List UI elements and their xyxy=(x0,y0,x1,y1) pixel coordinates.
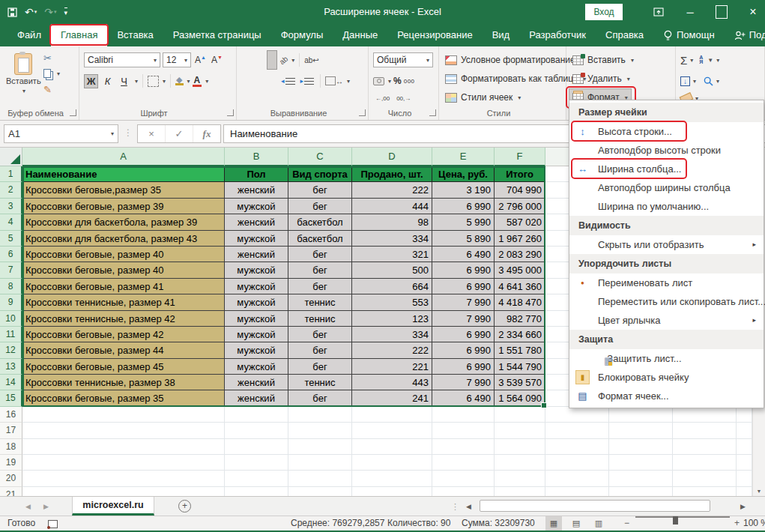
empty-cell[interactable] xyxy=(673,407,737,423)
data-cell[interactable]: 1 544 790 xyxy=(495,359,545,375)
empty-cell[interactable] xyxy=(495,423,545,438)
menu-item-переместить-или-скопировать-лист-[interactable]: Переместить или скопировать лист... xyxy=(569,292,764,311)
empty-cell[interactable] xyxy=(495,407,545,423)
empty-cell[interactable] xyxy=(22,439,225,455)
data-cell[interactable]: бег xyxy=(288,247,352,262)
data-cell[interactable]: мужской xyxy=(225,342,288,358)
empty-cell[interactable] xyxy=(545,439,609,455)
empty-cell[interactable] xyxy=(609,439,673,455)
tab-Поделиться[interactable]: Поделиться xyxy=(725,24,765,46)
styles-button-1[interactable]: Форматировать как таблицу▾ xyxy=(445,70,586,87)
data-cell[interactable]: 443 xyxy=(352,375,432,390)
data-cell[interactable]: женский xyxy=(225,214,288,230)
data-cell[interactable]: 334 xyxy=(352,231,432,247)
empty-cell[interactable] xyxy=(609,407,673,423)
align-middle-button[interactable] xyxy=(254,50,264,70)
data-cell[interactable]: теннис xyxy=(288,311,352,327)
sign-in-button[interactable]: Вход xyxy=(585,4,623,20)
empty-cell[interactable] xyxy=(22,407,225,423)
menu-item-переименовать-лист[interactable]: ●Переименовать лист xyxy=(569,273,764,292)
empty-cell[interactable] xyxy=(495,439,545,455)
row-header-20[interactable]: 20 xyxy=(0,471,22,486)
empty-cell[interactable] xyxy=(737,439,752,455)
data-cell[interactable]: Кроссовки беговые, размер 40 xyxy=(22,262,225,278)
delete-cells-button[interactable]: Удалить▾ xyxy=(572,70,630,87)
font-color-icon[interactable]: А xyxy=(193,76,202,87)
font-name-combo[interactable]: Calibri▾ xyxy=(84,52,160,67)
row-header-14[interactable]: 14 xyxy=(0,375,22,390)
empty-cell[interactable] xyxy=(352,487,432,496)
row-header-3[interactable]: 3 xyxy=(0,199,22,214)
tab-Формулы[interactable]: Формулы xyxy=(271,24,333,46)
data-cell[interactable]: Кроссовки для баскетбола, размер 43 xyxy=(22,231,225,247)
row-header-10[interactable]: 10 xyxy=(0,311,22,327)
row-header-8[interactable]: 8 xyxy=(0,279,22,294)
header-cell[interactable]: Вид спорта xyxy=(288,166,352,182)
view-page-layout-icon[interactable]: ▤ xyxy=(568,516,584,531)
empty-cell[interactable] xyxy=(495,471,545,486)
header-cell[interactable]: Цена, руб. xyxy=(432,166,495,182)
zoom-in-button[interactable]: + xyxy=(734,516,740,531)
menu-item-цвет-ярлычка[interactable]: Цвет ярлычка▸ xyxy=(569,311,764,330)
menu-item-ширина-столбца-[interactable]: ↔Ширина столбца... xyxy=(569,160,764,178)
header-cell[interactable]: Наименование xyxy=(22,166,225,182)
tab-Разметка страницы[interactable]: Разметка страницы xyxy=(163,24,271,46)
empty-cell[interactable] xyxy=(352,407,432,423)
merge-center-button[interactable]: ↔ xyxy=(325,76,343,85)
data-cell[interactable]: 7 990 xyxy=(432,294,495,310)
empty-cell[interactable] xyxy=(495,455,545,471)
styles-button-0[interactable]: Условное форматирование▾ xyxy=(445,52,584,68)
maximize-button[interactable] xyxy=(716,6,728,18)
percent-style-button[interactable]: % xyxy=(393,76,402,86)
row-header-21[interactable]: 21 xyxy=(0,487,22,496)
data-cell[interactable]: Кроссовки беговые,размер 35 xyxy=(22,182,225,198)
header-cell[interactable]: Итого xyxy=(495,166,545,182)
empty-cell[interactable] xyxy=(225,439,288,455)
clipboard-dialog-launcher-icon[interactable] xyxy=(70,109,76,116)
empty-cell[interactable] xyxy=(225,487,288,496)
data-cell[interactable]: 5 990 xyxy=(432,214,495,230)
data-cell[interactable]: 6 490 xyxy=(432,247,495,262)
data-cell[interactable]: Кроссовки теннисные, размер 38 xyxy=(22,375,225,390)
data-cell[interactable]: мужской xyxy=(225,262,288,278)
column-header-F[interactable]: F xyxy=(495,148,545,166)
empty-cell[interactable] xyxy=(609,471,673,486)
align-left-button[interactable] xyxy=(241,71,252,91)
data-cell[interactable]: 664 xyxy=(352,279,432,294)
font-size-combo[interactable]: 12▾ xyxy=(163,52,191,67)
data-cell[interactable]: мужской xyxy=(225,231,288,247)
data-cell[interactable]: 222 xyxy=(352,342,432,358)
data-cell[interactable]: 1 564 090 xyxy=(495,390,545,406)
empty-cell[interactable] xyxy=(352,455,432,471)
empty-cell[interactable] xyxy=(288,423,352,438)
data-cell[interactable]: 3 495 000 xyxy=(495,262,545,278)
column-header-B[interactable]: B xyxy=(225,148,288,166)
data-cell[interactable]: 7 990 xyxy=(432,375,495,390)
empty-cell[interactable] xyxy=(225,407,288,423)
data-cell[interactable]: 241 xyxy=(352,390,432,406)
increase-decimal-button[interactable]: ←,00 xyxy=(373,94,392,103)
data-cell[interactable]: бег xyxy=(288,182,352,198)
data-cell[interactable]: женский xyxy=(225,247,288,262)
data-cell[interactable]: 3 539 570 xyxy=(495,375,545,390)
scroll-left-icon[interactable]: ◀ xyxy=(466,497,471,516)
data-cell[interactable]: 6 990 xyxy=(432,359,495,375)
empty-cell[interactable] xyxy=(432,487,495,496)
minimize-button[interactable]: ─ xyxy=(684,6,696,18)
cancel-button[interactable]: × xyxy=(138,125,166,142)
data-cell[interactable]: Кроссовки теннисные, размер 41 xyxy=(22,294,225,310)
font-dialog-launcher-icon[interactable] xyxy=(227,109,234,116)
row-header-11[interactable]: 11 xyxy=(0,327,22,342)
data-cell[interactable]: 6 990 xyxy=(432,199,495,214)
insert-cells-button[interactable]: Вставить▾ xyxy=(572,52,634,68)
alignment-dialog-launcher-icon[interactable] xyxy=(359,109,366,116)
data-cell[interactable]: бег xyxy=(288,359,352,375)
empty-cell[interactable] xyxy=(22,487,225,496)
tab-Вид[interactable]: Вид xyxy=(483,24,520,46)
empty-cell[interactable] xyxy=(737,455,752,471)
merge-caret-icon[interactable]: ▾ xyxy=(347,78,350,85)
empty-cell[interactable] xyxy=(609,487,673,496)
data-cell[interactable]: бег xyxy=(288,327,352,342)
empty-cell[interactable] xyxy=(352,423,432,438)
enter-button[interactable]: ✓ xyxy=(166,125,193,142)
